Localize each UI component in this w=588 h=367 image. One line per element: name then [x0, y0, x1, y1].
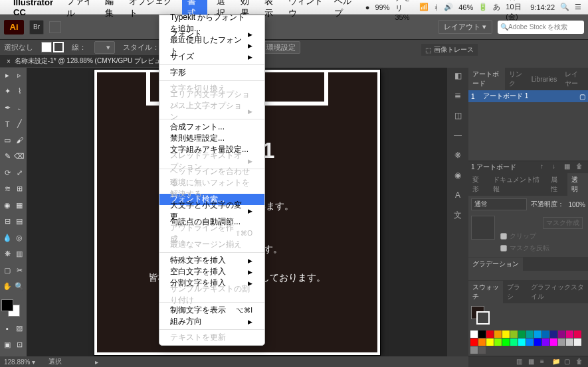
mesh-tool[interactable]: ⊟: [1, 216, 13, 228]
menu-item[interactable]: 組み方向▶: [159, 316, 264, 327]
new-group-icon[interactable]: 📁: [552, 358, 561, 367]
swatch[interactable]: [478, 338, 486, 346]
menu-edit[interactable]: 編集: [105, 0, 120, 19]
blend-tool[interactable]: ◎: [13, 232, 25, 244]
appearance-icon[interactable]: ◉: [451, 169, 464, 182]
shaper-tool[interactable]: ✎: [1, 151, 13, 163]
new-artboard-icon[interactable]: ▦: [564, 163, 573, 172]
pen-tool[interactable]: ✒: [1, 102, 13, 113]
swatch[interactable]: [470, 338, 478, 346]
shape-builder-tool[interactable]: ◉: [1, 199, 13, 211]
menu-item[interactable]: 特殊文字を挿入▶: [159, 255, 264, 266]
workspace-switcher[interactable]: レイアウト ▾: [438, 20, 492, 34]
document-tab[interactable]: ×名称未設定-1* @ 128.88% (CMYK/GPU プレビュー): [0, 55, 176, 67]
swatch[interactable]: [470, 346, 478, 354]
brush-tool[interactable]: 🖌: [13, 134, 25, 146]
swatch[interactable]: [542, 330, 549, 338]
swatch[interactable]: [526, 330, 534, 338]
pathfinder-icon[interactable]: ◫: [451, 109, 464, 122]
swatch-lib-icon[interactable]: ▥: [516, 358, 526, 367]
swatch[interactable]: [526, 338, 534, 346]
swatch[interactable]: [494, 330, 502, 338]
image-trace-button[interactable]: ⬚ 画像トレース: [421, 44, 478, 56]
gradient-tool[interactable]: ▤: [13, 216, 25, 228]
symbol-sprayer-tool[interactable]: ❋: [1, 248, 13, 260]
move-down-icon[interactable]: ↓: [552, 163, 561, 172]
scale-tool[interactable]: ⤢: [13, 167, 25, 179]
tab-transform[interactable]: 変形: [468, 173, 489, 196]
stroke-weight[interactable]: ▾: [94, 41, 115, 54]
tab-docinfo[interactable]: ドキュメント情報: [489, 173, 547, 196]
stroke-panel-icon[interactable]: —: [451, 129, 464, 142]
tab-transparency[interactable]: 透明: [567, 173, 588, 196]
color-mode[interactable]: ▪: [1, 323, 13, 334]
swatch[interactable]: [566, 330, 573, 338]
char-icon[interactable]: 文: [451, 208, 464, 222]
swatch-options-icon[interactable]: ≡: [540, 358, 549, 367]
tab-brushes[interactable]: ブラシ: [503, 281, 527, 303]
prefs-button[interactable]: 環境設定: [262, 41, 300, 54]
eraser-tool[interactable]: ⌫: [13, 151, 25, 163]
swatch[interactable]: [478, 346, 486, 354]
swatch[interactable]: [574, 338, 581, 346]
swatch-menu-icon[interactable]: ▦: [528, 358, 538, 367]
symbols-icon[interactable]: ❋: [451, 149, 464, 162]
swatch-stroke[interactable]: [476, 311, 490, 325]
opacity-value[interactable]: 100%: [568, 201, 585, 208]
bridge-icon[interactable]: Br: [29, 20, 44, 35]
menu-item[interactable]: 最近使用したフォント▶: [159, 40, 264, 51]
menu-item[interactable]: 禁則処理設定...: [159, 133, 264, 144]
swatch[interactable]: [510, 330, 518, 338]
tab-layers[interactable]: レイヤー: [561, 68, 588, 90]
menu-item[interactable]: 合成フォント...: [159, 121, 264, 133]
curvature-tool[interactable]: ⦦: [13, 102, 25, 113]
bt-icon[interactable]: ᚼ: [434, 3, 439, 11]
swatch[interactable]: [502, 330, 510, 338]
line-tool[interactable]: ╱: [13, 118, 25, 130]
menu-item[interactable]: 大文字と小文字の変更▶: [159, 205, 264, 216]
lasso-tool[interactable]: ⌇: [13, 86, 25, 98]
tab-swatches[interactable]: スウォッチ: [468, 281, 503, 303]
swatch[interactable]: [486, 338, 494, 346]
swatch[interactable]: [510, 338, 518, 346]
swatch[interactable]: [478, 330, 486, 338]
swatch[interactable]: [534, 330, 541, 338]
menu-help[interactable]: ヘルプ: [334, 0, 356, 19]
perspective-tool[interactable]: ▦: [13, 199, 25, 211]
menu-file[interactable]: ファイル: [66, 0, 96, 19]
type-tool[interactable]: T: [1, 118, 13, 130]
stock-search[interactable]: 🔍Adobe Stock を検索: [498, 21, 584, 34]
line-icon[interactable]: ●: [365, 3, 370, 11]
free-transform-tool[interactable]: ⊞: [13, 183, 25, 195]
swatch[interactable]: [470, 330, 478, 338]
zoom-tool[interactable]: 🔍: [13, 281, 25, 293]
direct-select-tool[interactable]: ▹: [13, 69, 25, 81]
swatch[interactable]: [550, 338, 557, 346]
width-tool[interactable]: ≋: [1, 183, 13, 195]
tab-close-icon[interactable]: ×: [7, 58, 11, 65]
swatch[interactable]: [550, 330, 557, 338]
align-icon[interactable]: ≣: [451, 89, 464, 102]
delete-swatch-icon[interactable]: 🗑: [576, 358, 585, 367]
swatch[interactable]: [534, 338, 541, 346]
screen-mode[interactable]: ▣: [1, 338, 13, 350]
gradient-mode[interactable]: ▨: [13, 323, 25, 334]
menu-window[interactable]: ウィンドウ: [288, 0, 325, 19]
tab-attrs[interactable]: 属性: [547, 173, 567, 196]
artboard-row[interactable]: 1 アートボード 1 ▢: [468, 90, 588, 102]
tab-gstyles[interactable]: グラフィックスタイル: [527, 281, 588, 303]
graph-tool[interactable]: ▥: [13, 248, 25, 260]
delete-artboard-icon[interactable]: 🗑: [576, 163, 585, 172]
swatch[interactable]: [574, 330, 581, 338]
menu-item[interactable]: 字形: [159, 67, 264, 78]
artboard-tool[interactable]: ▢: [1, 264, 13, 276]
artboard-options-icon[interactable]: ▢: [579, 93, 585, 100]
stroke-swatch[interactable]: [53, 42, 64, 52]
swatch[interactable]: [566, 338, 573, 346]
color-guide-icon[interactable]: ◧: [451, 69, 464, 82]
change-screen[interactable]: ⊡: [13, 338, 25, 350]
rotate-tool[interactable]: ⟳: [1, 167, 13, 179]
move-up-icon[interactable]: ↑: [540, 163, 549, 172]
graphic-styles-icon[interactable]: A: [451, 188, 464, 202]
tab-links[interactable]: リンク: [505, 68, 528, 90]
